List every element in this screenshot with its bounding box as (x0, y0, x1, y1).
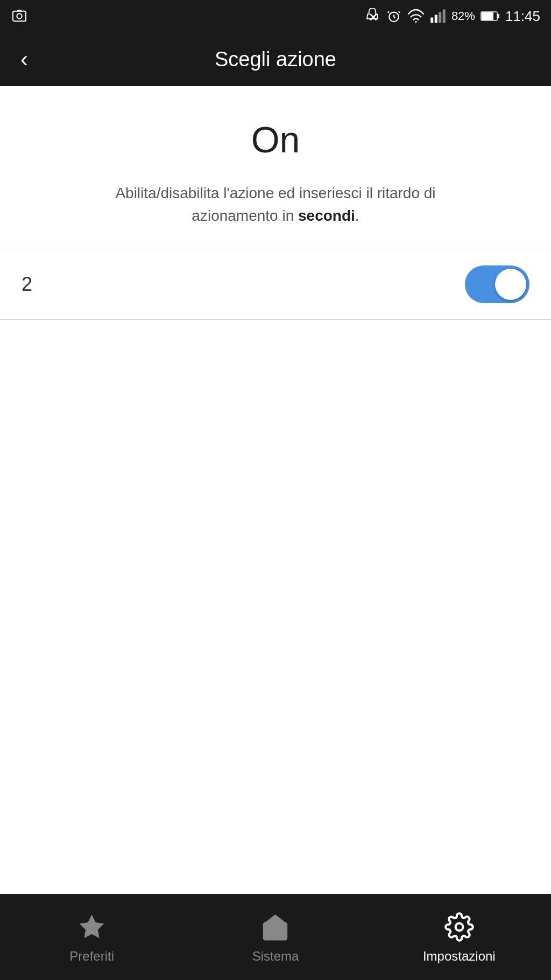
sistema-icon (259, 911, 292, 943)
tab-sistema[interactable]: Sistema (183, 906, 367, 969)
row-value: 2 (22, 273, 32, 296)
svg-rect-12 (264, 923, 286, 940)
status-time: 11:45 (505, 8, 540, 25)
svg-rect-15 (270, 934, 273, 938)
signal-icon (430, 8, 446, 24)
hero-description-end: . (355, 207, 359, 224)
tab-impostazioni[interactable]: Impostazioni (368, 906, 551, 969)
hero-title: On (251, 118, 300, 160)
svg-rect-8 (443, 10, 446, 23)
bottom-divider (0, 319, 551, 320)
svg-rect-2 (17, 10, 22, 11)
hero-description: Abilita/disabilita l'azione ed inseriesc… (87, 182, 464, 227)
main-content: On Abilita/disabilita l'azione ed inseri… (0, 86, 551, 894)
star-icon (77, 912, 107, 942)
svg-rect-5 (430, 18, 433, 23)
tab-bar: Preferiti Sistema Impostazioni (0, 894, 551, 980)
hero-description-bold: secondi (298, 207, 355, 224)
back-button[interactable]: ‹ (15, 43, 33, 76)
tab-impostazioni-label: Impostazioni (423, 949, 496, 964)
status-bar: 82% 11:45 (0, 0, 551, 32)
battery-icon (481, 10, 500, 22)
svg-rect-13 (270, 929, 273, 933)
wifi-icon (407, 8, 425, 25)
svg-rect-16 (278, 934, 282, 938)
gear-icon (444, 912, 474, 942)
impostazioni-icon (443, 911, 475, 943)
svg-rect-14 (278, 929, 282, 933)
svg-point-1 (17, 13, 22, 18)
svg-point-4 (415, 21, 416, 23)
silent-icon (364, 8, 380, 24)
nav-bar: ‹ Scegli azione (0, 32, 551, 86)
alarm-icon (386, 8, 402, 24)
hero-description-text1: Abilita/disabilita l'azione ed inseriesc… (115, 185, 435, 224)
preferiti-icon (76, 911, 108, 943)
tab-sistema-label: Sistema (252, 949, 299, 964)
tab-preferiti-label: Preferiti (69, 949, 114, 964)
action-row: 2 (0, 249, 551, 319)
svg-rect-7 (439, 12, 441, 23)
svg-rect-6 (435, 15, 437, 23)
status-bar-left-icons (11, 8, 28, 25)
tab-preferiti[interactable]: Preferiti (0, 906, 183, 969)
page-title: Scegli azione (215, 48, 336, 71)
svg-rect-0 (13, 11, 26, 22)
toggle-slider (465, 265, 529, 303)
hero-section: On Abilita/disabilita l'azione ed inseri… (0, 86, 551, 249)
status-bar-right-icons: 82% 11:45 (364, 8, 540, 25)
toggle-switch[interactable] (465, 265, 529, 303)
svg-rect-10 (482, 12, 493, 20)
svg-rect-11 (497, 14, 499, 18)
photo-icon (11, 8, 28, 25)
home-icon (260, 912, 290, 942)
battery-percentage: 82% (451, 9, 475, 23)
